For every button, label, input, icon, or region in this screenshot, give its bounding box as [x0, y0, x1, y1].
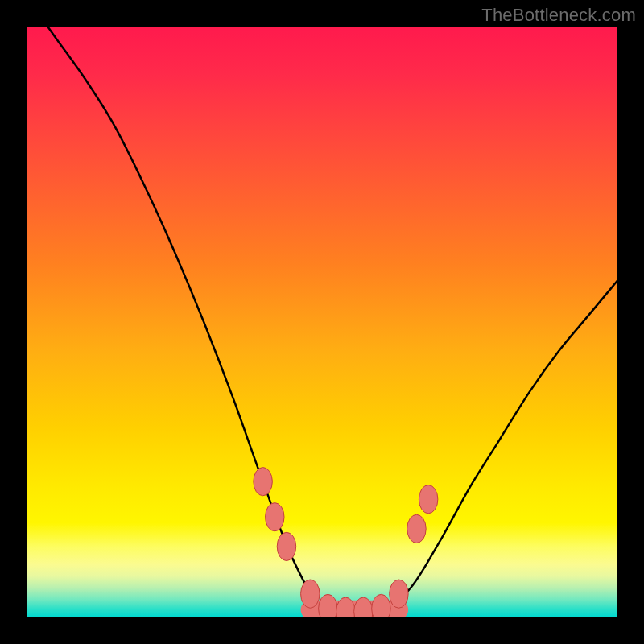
curve-marker: [319, 594, 337, 617]
curve-marker: [407, 514, 426, 543]
curve-marker: [301, 580, 320, 608]
curve-marker: [266, 503, 284, 531]
curve-marker: [419, 485, 437, 514]
curve-marker: [254, 468, 272, 496]
watermark-text: TheBottleneck.com: [481, 5, 636, 26]
curve-layer: [27, 27, 617, 617]
curve-marker: [372, 594, 390, 617]
plot-area: [27, 27, 617, 617]
chart-frame: TheBottleneck.com: [0, 0, 644, 644]
bottleneck-curve: [27, 27, 617, 612]
curve-marker: [277, 532, 295, 560]
curve-marker: [390, 580, 408, 608]
